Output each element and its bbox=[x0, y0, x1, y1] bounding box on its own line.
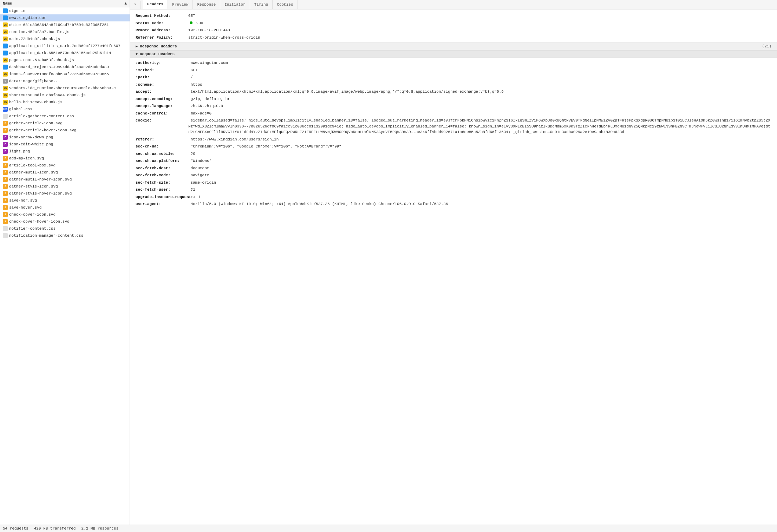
file-list-item[interactable]: Gdata:image/gif;base... bbox=[0, 78, 130, 85]
file-list-item[interactable]: article-gatherer-content.css bbox=[0, 113, 130, 120]
file-list-item[interactable]: Sgather-mutil-hover-icon.svg bbox=[0, 176, 130, 183]
response-headers-label: Response Headers bbox=[140, 44, 177, 48]
request-method-row: Request Method: GET bbox=[136, 12, 771, 20]
file-icon bbox=[3, 44, 8, 48]
file-list-item[interactable]: JSmain.72db4c9f.chunk.js bbox=[0, 35, 130, 42]
file-list-item[interactable]: JSpages.root.51aba53f.chunk.js bbox=[0, 57, 130, 64]
request-headers-section-header[interactable]: ▼ Request Headers bbox=[130, 50, 777, 58]
file-list-item[interactable]: Plight.png bbox=[0, 148, 130, 155]
file-list-item[interactable]: notifier-content.css bbox=[0, 225, 130, 232]
request-header-key: sec-ch-ua-platform: bbox=[136, 158, 188, 164]
file-list-item[interactable]: Picon-arrow-down.png bbox=[0, 134, 130, 141]
right-panel: × Headers Preview Response Initiator Tim… bbox=[130, 0, 777, 525]
file-list-item[interactable]: CSSglobal.css bbox=[0, 106, 130, 113]
scroll-up-button[interactable]: ▲ bbox=[124, 1, 127, 6]
request-header-value: sidebar_collapsed=false; hide_auto_devop… bbox=[188, 118, 771, 135]
file-list-item[interactable]: sign_in bbox=[0, 7, 130, 14]
file-list-item[interactable]: Scheck-cover-icon.svg bbox=[0, 211, 130, 218]
file-name: icon-arrow-down.png bbox=[9, 135, 53, 139]
request-header-key: sec-ch-ua-mobile: bbox=[136, 151, 188, 157]
file-icon: P bbox=[3, 142, 8, 147]
file-name: gather-style-hover-icon.svg bbox=[9, 191, 72, 196]
file-icon: JS bbox=[3, 29, 8, 34]
file-list-item[interactable]: Sgather-style-icon.svg bbox=[0, 183, 130, 190]
file-list-item[interactable]: Sarticle-tool-box.svg bbox=[0, 162, 130, 169]
file-list-item[interactable]: Sadd-mp-icon.svg bbox=[0, 155, 130, 162]
tab-preview[interactable]: Preview bbox=[168, 0, 193, 9]
file-list-item[interactable]: notification-manager-content.css bbox=[0, 232, 130, 239]
file-list-item[interactable]: Scheck-cover-hover-icon.svg bbox=[0, 218, 130, 225]
file-name: add-mp-icon.svg bbox=[9, 156, 44, 160]
footer-requests: 54 requests bbox=[3, 526, 28, 531]
request-header-value: GET bbox=[188, 67, 197, 73]
request-headers-rows: :authority: www.xingdian.com:method: GET… bbox=[130, 58, 777, 209]
request-header-row: sec-fetch-site: same-origin bbox=[136, 179, 771, 186]
request-header-row: :authority: www.xingdian.com bbox=[136, 59, 771, 67]
request-method-value: GET bbox=[188, 13, 195, 19]
request-header-row: :scheme: https bbox=[136, 81, 771, 88]
tab-close-button[interactable]: × bbox=[130, 1, 141, 9]
request-header-row: sec-ch-ua-mobile: ?0 bbox=[136, 150, 771, 158]
file-icon: P bbox=[3, 135, 8, 140]
request-header-key: sec-fetch-dest: bbox=[136, 165, 188, 171]
file-list-item[interactable]: application_utilities_dark-7cd869cf7277e… bbox=[0, 42, 130, 50]
tab-timing[interactable]: Timing bbox=[250, 0, 273, 9]
request-header-key: :path: bbox=[136, 74, 188, 80]
status-code-row: Status Code: 200 bbox=[136, 20, 771, 27]
request-headers-arrow: ▼ bbox=[136, 52, 138, 56]
file-list-item[interactable]: application_dark-6551e573ceb25155ceb29b6… bbox=[0, 50, 130, 57]
response-headers-count: (21) bbox=[762, 44, 771, 48]
response-headers-arrow: ▶ bbox=[136, 44, 138, 48]
file-list-item[interactable]: www.xingdian.com bbox=[0, 14, 130, 21]
file-name: gather-article-icon.svg bbox=[9, 121, 63, 125]
file-name: global.css bbox=[9, 107, 32, 111]
tab-initiator[interactable]: Initiator bbox=[220, 0, 250, 9]
file-list-item[interactable]: Sgather-article-hover-icon.svg bbox=[0, 127, 130, 134]
file-list-item[interactable]: JSvendors-ide_runtime-shortcutsBundle.bb… bbox=[0, 85, 130, 92]
file-list-item[interactable]: Sgather-style-hover-icon.svg bbox=[0, 190, 130, 197]
file-icon: S bbox=[3, 212, 8, 217]
file-icon: S bbox=[3, 121, 8, 126]
tab-response[interactable]: Response bbox=[193, 0, 220, 9]
tab-cookies[interactable]: Cookies bbox=[273, 0, 298, 9]
request-header-value: max-age=0 bbox=[188, 111, 211, 117]
file-list-item[interactable]: JShello.bd11eca9.chunk.js bbox=[0, 99, 130, 106]
referrer-policy-value: strict-origin-when-cross-origin bbox=[188, 35, 260, 41]
request-header-value: navigate bbox=[188, 172, 209, 178]
request-header-value: / bbox=[188, 74, 193, 80]
file-list-item[interactable]: JSicons-f305926186cfc3bb530f27269d545937… bbox=[0, 71, 130, 78]
tab-headers[interactable]: Headers bbox=[143, 0, 168, 9]
request-header-key: accept-encoding: bbox=[136, 96, 188, 102]
request-header-key: cache-control: bbox=[136, 111, 188, 117]
request-header-value: https://www.xingdian.com/users/sign_in bbox=[188, 137, 279, 143]
referrer-policy-row: Referrer Policy: strict-origin-when-cros… bbox=[136, 34, 771, 41]
file-icon: S bbox=[3, 177, 8, 182]
file-list-item[interactable]: Ssave-hover.svg bbox=[0, 204, 130, 211]
file-icon: S bbox=[3, 219, 8, 224]
file-list-item[interactable]: Ssave-nor.svg bbox=[0, 197, 130, 204]
file-list-item[interactable]: dashboard_projects-49494ddabf48ae2d5aded… bbox=[0, 64, 130, 71]
file-icon bbox=[3, 65, 8, 70]
file-name: main.72db4c9f.chunk.js bbox=[9, 37, 60, 41]
file-list-item[interactable]: JSshortcutsBundle.cb9fa6a4.chunk.js bbox=[0, 92, 130, 99]
file-list-item[interactable]: Sgather-article-icon.svg bbox=[0, 120, 130, 127]
request-header-key: accept-language: bbox=[136, 103, 188, 109]
file-panel: Name ▲ sign_inwww.xingdian.comJSwhite-68… bbox=[0, 0, 130, 525]
request-header-key: accept: bbox=[136, 89, 188, 95]
remote-address-label: Remote Address: bbox=[136, 27, 188, 33]
request-header-key: user-agent: bbox=[136, 201, 188, 207]
file-name: gather-style-icon.svg bbox=[9, 184, 58, 189]
file-icon: S bbox=[3, 184, 8, 189]
file-name: www.xingdian.com bbox=[9, 16, 46, 20]
file-list-item[interactable]: Sgather-mutil-icon.svg bbox=[0, 169, 130, 176]
file-icon: JS bbox=[3, 58, 8, 63]
response-headers-section-header[interactable]: ▶ Response Headers (21) bbox=[130, 42, 777, 50]
footer-resources: 2.2 MB resources bbox=[81, 526, 118, 531]
file-list-item[interactable]: Picon-edit-white.png bbox=[0, 141, 130, 148]
file-name: application_utilities_dark-7cd869cf7277e… bbox=[9, 44, 120, 48]
file-name: pages.root.51aba53f.chunk.js bbox=[9, 58, 74, 62]
file-list-item[interactable]: JSruntime.452cf3a7.bundle.js bbox=[0, 28, 130, 35]
general-section: Request Method: GET Status Code: 200 Rem… bbox=[130, 11, 777, 42]
file-list-item[interactable]: JSwhite-681c3363643a8f169ad74b7594c83f3d… bbox=[0, 21, 130, 28]
file-name: icon-edit-white.png bbox=[9, 142, 53, 146]
